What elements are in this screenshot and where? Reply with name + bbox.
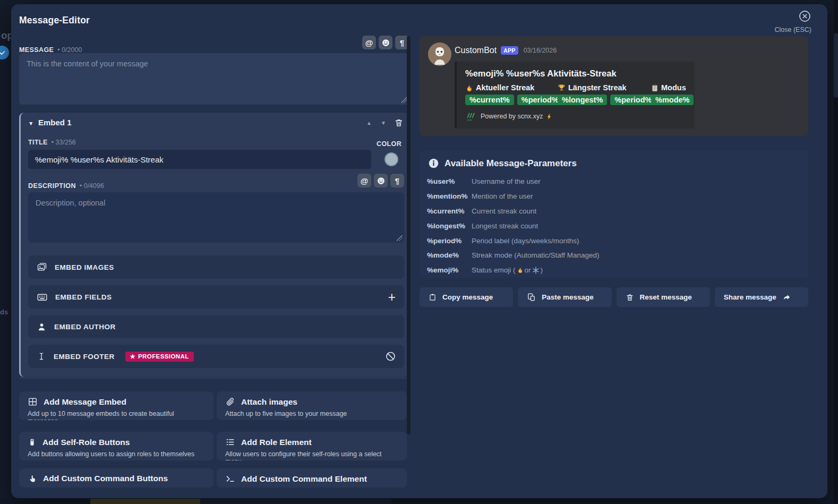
add-role-element-card[interactable]: Add Role Element Allow users to configur… [217,432,407,460]
app-badge: APP [501,46,518,55]
editor-scrollbar[interactable] [407,36,411,434]
pilcrow-icon: ¶ [395,176,399,185]
card-desc: Add up to 10 message embeds to create be… [28,410,205,420]
robot-avatar-image [428,42,451,66]
parameter-row: %user% Username of the user [427,174,801,189]
paste-icon [527,293,536,302]
description-label: DESCRIPTION [28,182,76,190]
check-icon [0,49,6,56]
copy-message-button[interactable]: Copy message [420,287,513,307]
formatting-button[interactable]: ¶ [390,174,404,187]
fire-icon [465,84,473,92]
info-icon [428,158,439,169]
param-chip: %period% [610,95,656,105]
add-field-icon[interactable]: + [388,291,396,304]
param-chip: %period% [517,95,563,105]
delete-embed-icon[interactable] [394,118,404,127]
mouse-icon [28,437,37,447]
parameters-list: %user% Username of the user %mention% Me… [427,174,801,278]
emoji-icon [377,176,386,185]
section-label: EMBED FIELDS [55,293,112,301]
card-desc: Add buttons allowing users to assign rol… [28,450,205,458]
add-custom-command-element-card[interactable]: Add Custom Command Element [217,468,407,488]
mention-button[interactable]: @ [357,174,371,187]
message-label: MESSAGE [19,46,54,54]
action-label: Reset message [640,293,692,301]
add-message-embed-card[interactable]: Add Message Embed Add up to 10 message e… [19,391,213,420]
attach-images-card[interactable]: Attach images Attach up to five images t… [217,391,407,420]
embed-description-input[interactable] [28,192,404,243]
color-label: COLOR [377,140,401,148]
parameter-row: %current% Current streak count [427,204,801,219]
parameter-desc: Streak mode (Automatic/Staff Managed) [472,251,600,259]
trophy-icon [558,84,566,92]
parameter-desc: Longest streak count [472,222,538,230]
page-scrollbar-thumb[interactable] [834,33,838,98]
embed-color-swatch[interactable] [384,152,398,166]
close-icon[interactable] [798,10,811,23]
reset-message-button[interactable]: Reset message [617,287,710,307]
parameter-desc-text: or [525,266,531,274]
embed-footer-text: Powered by scnx.xyz [481,113,543,120]
move-embed-up-icon[interactable]: ▲ [366,120,372,126]
section-label: EMBED AUTHOR [54,323,116,331]
message-input[interactable] [19,53,409,105]
parameter-desc: Status emoji ( or ) [472,266,543,274]
parameter-name: %user% [427,177,472,185]
close-label[interactable]: Close (ESC) [775,26,811,33]
embed-header[interactable]: Embed 1 [38,118,72,127]
share-message-button[interactable]: Share message [715,287,808,307]
resize-handle[interactable] [397,235,403,241]
share-icon [782,293,791,301]
message-counter: • 0/2000 [57,46,82,54]
card-title: Add Message Embed [44,397,126,407]
embed-title-input[interactable] [28,150,371,169]
action-label: Copy message [442,293,493,301]
move-embed-down-icon[interactable]: ▼ [381,120,386,126]
parameter-desc: Current streak count [472,207,536,215]
card-title: Add Custom Command Buttons [43,474,168,483]
images-icon [37,262,47,272]
embed-field: Aktueller Streak %current% %period% [465,83,558,105]
embed-section-images[interactable]: EMBED IMAGES [28,255,404,279]
title-label: TITLE [28,139,48,146]
param-chip: %longest% [558,95,607,105]
svg-text:scnx: scnx [467,118,473,121]
paperclip-icon [225,397,235,407]
param-chip: %current% [465,95,514,105]
professional-badge: ★ PROFESSIONAL [125,352,194,362]
emoji-picker-button[interactable] [379,36,392,49]
parameter-row: %mention% Mention of the user [427,189,801,204]
parameter-desc: Period label (days/weeks/months) [472,237,579,245]
field-name: Aktueller Streak [476,83,534,92]
embed-section-author[interactable]: EMBED AUTHOR [28,315,404,338]
professional-badge-label: PROFESSIONAL [138,353,189,360]
parameters-panel: Available Message-Parameters %user% User… [420,150,808,278]
block-icon[interactable] [385,351,396,362]
embed-section-fields[interactable]: EMBED FIELDS + [28,285,404,309]
card-title: Add Self-Role Buttons [42,438,130,447]
role-list-icon [225,437,235,447]
add-self-role-buttons-card[interactable]: Add Self-Role Buttons Add buttons allowi… [19,432,213,460]
message-timestamp: 03/16/2026 [524,47,557,54]
grid-icon [28,397,38,407]
emoji-picker-button[interactable] [374,174,388,187]
add-custom-command-buttons-card[interactable]: Add Custom Command Buttons [19,468,213,488]
parameter-name: %mode% [427,251,472,259]
card-title: Add Role Element [241,438,312,447]
card-desc: Allow users to configure their self-role… [225,450,398,460]
collapse-caret-icon[interactable]: ▼ [28,120,33,126]
parameter-row: %mode% Streak mode (Automatic/Staff Mana… [427,248,801,263]
card-title: Add Custom Command Element [241,474,367,484]
clipboard-emoji-icon [651,84,659,92]
paste-message-button[interactable]: Paste message [518,287,611,307]
background-olive-bar [90,499,200,504]
mention-button[interactable]: @ [362,36,376,49]
parameter-name: %mention% [427,192,472,200]
modal-title: Message-Editor [19,15,90,26]
parameter-row: %period% Period label (days/weeks/months… [427,233,801,248]
close-button[interactable]: Close (ESC) [775,10,811,33]
embed-section-footer[interactable]: EMBED FOOTER ★ PROFESSIONAL [28,345,404,368]
parameter-desc-text: Status emoji ( [472,266,516,274]
verified-check-badge [0,46,9,59]
